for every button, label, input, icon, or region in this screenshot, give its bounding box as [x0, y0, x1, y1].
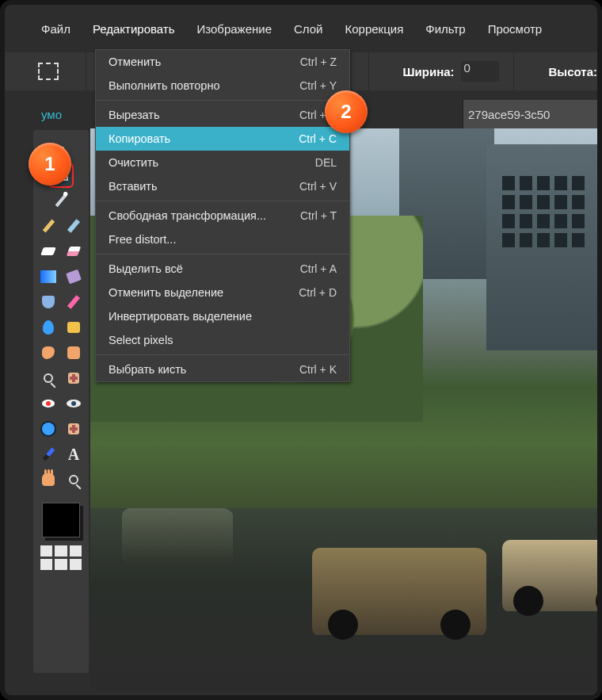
tool-smudge[interactable] — [38, 342, 59, 363]
tool-gradient[interactable] — [38, 266, 59, 287]
menu-define-brush[interactable]: Выбрать кистьCtrl + K — [96, 358, 349, 381]
menu-deselect[interactable]: Отменить выделениеCtrl + D — [96, 281, 349, 304]
menu-select-pixels[interactable]: Select pixels — [96, 328, 349, 352]
menu-clear[interactable]: ОчиститьDEL — [96, 151, 349, 174]
menu-invert-selection[interactable]: Инвертировать выделение — [96, 304, 349, 328]
menu-cut[interactable]: ВырезатьCtrl + X — [96, 103, 349, 127]
tool-redeye[interactable] — [38, 393, 59, 414]
tool-blur[interactable] — [38, 317, 59, 338]
menu-redo[interactable]: Выполнить повторноCtrl + Y — [96, 74, 349, 98]
tool-patch[interactable] — [63, 419, 84, 439]
width-label: Ширина: — [402, 65, 454, 78]
tool-brush[interactable] — [63, 216, 84, 236]
menu-select-all[interactable]: Выделить всёCtrl + A — [96, 257, 349, 281]
width-input[interactable]: 0 — [461, 61, 499, 82]
callout-1: 1 — [29, 143, 71, 186]
color-swatch[interactable] — [42, 503, 80, 537]
tool-eye[interactable] — [63, 393, 84, 414]
tool-hand[interactable] — [38, 469, 59, 490]
tool-sponge[interactable] — [63, 317, 84, 338]
menu-edit[interactable]: Редактировать — [93, 22, 175, 36]
tool-wand[interactable] — [51, 190, 71, 211]
tool-loupe[interactable] — [38, 368, 59, 388]
tool-color-replace[interactable] — [63, 292, 84, 312]
tool-clone[interactable] — [38, 292, 59, 312]
menu-copy[interactable]: КопироватьCtrl + C — [96, 127, 349, 151]
tool-pencil[interactable] — [38, 216, 59, 236]
app-frame: Файл Редактировать Изображение Слой Корр… — [0, 0, 602, 700]
tool-eyedropper[interactable] — [38, 444, 59, 465]
menu-file[interactable]: Файл — [41, 22, 70, 36]
callout-2: 2 — [325, 90, 368, 133]
tool-zoom[interactable] — [63, 469, 84, 490]
tool-finger[interactable] — [63, 342, 84, 363]
menu-view[interactable]: Просмотр — [488, 22, 543, 36]
tool-heal[interactable] — [63, 368, 84, 388]
edit-menu-dropdown: ОтменитьCtrl + Z Выполнить повторноCtrl … — [95, 49, 350, 382]
menu-free-distort[interactable]: Free distort... — [96, 228, 349, 251]
tool-text[interactable]: A — [63, 444, 84, 465]
menu-adjust[interactable]: Коррекция — [345, 22, 404, 36]
menubar: Файл Редактировать Изображение Слой Корр… — [5, 14, 597, 43]
menu-paste[interactable]: ВставитьCtrl + V — [96, 174, 349, 198]
menu-image[interactable]: Изображение — [197, 22, 272, 36]
height-label: Высота: — [549, 65, 597, 78]
tool-shape[interactable] — [38, 419, 59, 439]
tool-eraser-bg[interactable] — [63, 241, 84, 262]
document-tab-1[interactable]: 279ace59-3c50 — [463, 100, 597, 128]
marquee-options-icon — [38, 63, 59, 80]
swatch-grid[interactable] — [40, 545, 82, 570]
tool-eraser[interactable] — [38, 241, 59, 262]
toolbox: A — [33, 130, 89, 673]
menu-undo[interactable]: ОтменитьCtrl + Z — [96, 50, 349, 74]
tool-fill[interactable] — [63, 266, 84, 287]
tab-prefix: умо — [41, 100, 62, 128]
menu-filter[interactable]: Фильтр — [425, 22, 465, 36]
menu-layer[interactable]: Слой — [294, 22, 322, 36]
menu-free-transform[interactable]: Свободная трансформация...Ctrl + T — [96, 204, 349, 228]
